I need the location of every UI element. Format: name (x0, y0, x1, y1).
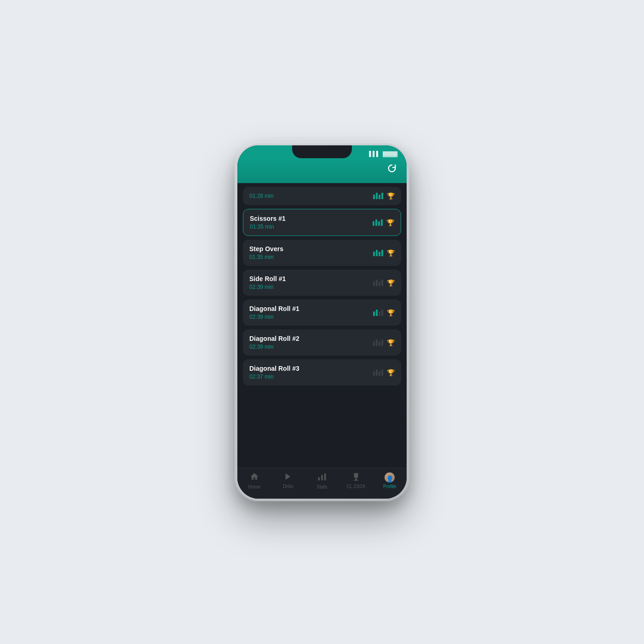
refresh-button[interactable] (385, 162, 398, 175)
progress-bar-2 (379, 252, 380, 256)
progress-bar-0 (373, 341, 375, 346)
nav-item-home[interactable]: Home (237, 472, 271, 489)
progress-bar-2 (379, 282, 380, 286)
drill-controls: 🏆 (373, 192, 395, 200)
home-nav-icon (250, 472, 259, 483)
progress-bar-2 (379, 311, 380, 316)
nav-item-profile[interactable]: 👤 Profile (373, 472, 407, 489)
drills-list: 01:28 min 🏆 Scissors #1 01:35 min 🏆 Step… (237, 183, 407, 468)
bottom-nav: Home Drills Stats CL 23/24 👤 Profile (237, 468, 407, 499)
drill-name: Diagonal Roll #2 (249, 335, 299, 342)
drill-item[interactable]: 01:28 min 🏆 (243, 187, 401, 205)
drill-controls: 🏆 (373, 309, 395, 316)
drill-name: Diagonal Roll #1 (249, 305, 299, 312)
drill-name: Step Overs (249, 245, 283, 253)
cl-nav-label: CL 23/24 (346, 484, 365, 489)
progress-bar-0 (373, 221, 374, 226)
progress-bar-0 (373, 195, 375, 199)
trophy-icon: 🏆 (387, 339, 395, 346)
drill-controls: 🏆 (373, 249, 395, 257)
progress-bar-0 (373, 371, 375, 376)
progress-bar-2 (378, 221, 380, 226)
drill-item[interactable]: Scissors #1 01:35 min 🏆 (243, 209, 401, 236)
progress-bars (373, 369, 383, 376)
trophy-icon: 🏆 (387, 279, 395, 287)
trophy-icon: 🏆 (387, 192, 395, 200)
battery-icon: ▓▓▓▓ (383, 151, 397, 156)
progress-bars (373, 339, 383, 346)
drill-time: 02:37 min (249, 374, 299, 380)
stats-nav-label: Stats (317, 484, 328, 489)
drill-name: Diagonal Roll #3 (249, 365, 299, 372)
progress-bar-1 (376, 339, 378, 346)
progress-bars (373, 310, 383, 316)
drill-info: 01:28 min (249, 193, 274, 199)
progress-bar-3 (381, 369, 383, 376)
drill-controls: 🏆 (373, 339, 395, 346)
drill-time: 02:39 min (249, 314, 299, 320)
drill-controls: 🏆 (373, 219, 394, 226)
progress-bar-2 (379, 371, 380, 376)
progress-bar-0 (373, 282, 375, 286)
drill-info: Step Overs 01:35 min (249, 245, 283, 260)
app-header (237, 158, 407, 183)
notch (292, 145, 352, 158)
drill-info: Diagonal Roll #1 02:39 min (249, 305, 299, 320)
drill-info: Scissors #1 01:35 min (250, 215, 286, 230)
drill-time: 02:39 min (249, 344, 299, 350)
drill-info: Diagonal Roll #2 02:39 min (249, 335, 299, 350)
progress-bar-3 (381, 193, 383, 199)
status-icons: ▐▐▐ ▓▓▓▓ (368, 151, 397, 156)
volume-down-button[interactable] (233, 253, 235, 276)
progress-bar-3 (381, 280, 383, 286)
progress-bar-2 (379, 195, 380, 199)
progress-bars (373, 280, 383, 286)
drill-info: Diagonal Roll #3 02:37 min (249, 365, 299, 380)
volume-up-button[interactable] (233, 223, 235, 246)
nav-item-drills[interactable]: Drills (271, 472, 305, 489)
drill-time: 01:35 min (250, 224, 286, 230)
progress-bar-0 (373, 252, 375, 256)
phone-wrapper: ▐▐▐ ▓▓▓▓ (235, 143, 409, 501)
drill-time: 02:39 min (249, 284, 286, 290)
progress-bar-3 (381, 250, 383, 256)
home-nav-label: Home (248, 484, 260, 489)
progress-bars (373, 193, 383, 199)
progress-bar-1 (376, 280, 378, 286)
profile-nav-label: Profile (383, 484, 396, 489)
drills-nav-icon (284, 472, 292, 483)
drill-time: 01:35 min (249, 254, 283, 260)
stats-nav-icon (317, 472, 327, 483)
svg-marker-0 (286, 473, 291, 480)
drill-item[interactable]: Diagonal Roll #2 02:39 min 🏆 (243, 329, 401, 356)
trophy-icon: 🏆 (387, 249, 395, 257)
progress-bar-0 (373, 311, 375, 316)
power-button[interactable] (409, 225, 411, 258)
progress-bar-3 (381, 219, 383, 226)
drill-name: Scissors #1 (250, 215, 286, 222)
progress-bar-3 (381, 310, 383, 316)
drill-item[interactable]: Side Roll #1 02:39 min 🏆 (243, 270, 401, 296)
svg-rect-1 (318, 477, 320, 481)
progress-bar-2 (379, 341, 380, 346)
drill-name: Side Roll #1 (249, 275, 286, 282)
drill-time: 01:28 min (249, 193, 274, 199)
cl-nav-icon (352, 472, 360, 483)
drill-item[interactable]: Step Overs 01:35 min 🏆 (243, 240, 401, 266)
trophy-icon: 🏆 (386, 219, 394, 226)
svg-rect-2 (321, 475, 322, 481)
drill-item[interactable]: Diagonal Roll #3 02:37 min 🏆 (243, 359, 401, 385)
progress-bar-1 (376, 369, 378, 376)
signal-bars-icon: ▐▐▐ (368, 151, 378, 156)
header-top (246, 162, 398, 175)
progress-bars (373, 250, 383, 256)
progress-bar-1 (375, 219, 377, 226)
drill-item[interactable]: Diagonal Roll #1 02:39 min 🏆 (243, 299, 401, 326)
nav-item-stats[interactable]: Stats (305, 472, 339, 489)
trophy-icon: 🏆 (387, 369, 395, 376)
progress-bars (373, 219, 383, 226)
nav-item-cl[interactable]: CL 23/24 (339, 472, 373, 489)
progress-bar-3 (381, 339, 383, 346)
volume-mute-button[interactable] (233, 202, 235, 216)
drills-nav-label: Drills (283, 484, 293, 489)
